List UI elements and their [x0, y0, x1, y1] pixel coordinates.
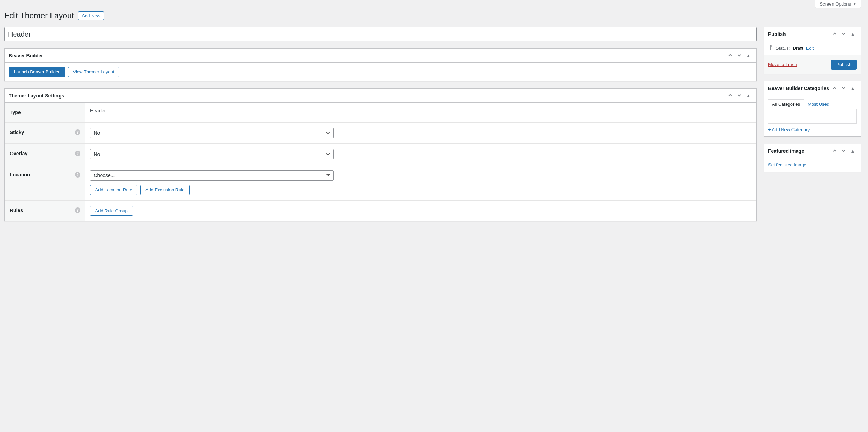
move-up-button[interactable] — [726, 52, 734, 60]
location-select[interactable]: Choose... — [90, 170, 334, 181]
set-featured-image-link[interactable]: Set featured image — [768, 162, 806, 167]
categories-box-title: Beaver Builder Categories — [768, 86, 829, 91]
edit-status-link[interactable]: Edit — [806, 46, 814, 51]
launch-beaver-builder-button[interactable]: Launch Beaver Builder — [9, 67, 65, 77]
featured-image-metabox: Featured image ▲ Set featured image — [764, 144, 861, 172]
move-down-button[interactable] — [840, 147, 847, 155]
help-icon[interactable]: ? — [75, 129, 80, 135]
type-label: Type — [5, 103, 85, 123]
publish-metabox: Publish ▲ Status: Draft Edit Mo — [764, 27, 861, 74]
type-value: Header — [85, 103, 756, 123]
tab-all-categories[interactable]: All Categories — [768, 99, 804, 109]
toggle-panel-button[interactable]: ▲ — [744, 52, 752, 60]
status-value: Draft — [792, 46, 803, 51]
page-title: Edit Themer Layout — [4, 11, 74, 21]
toggle-panel-button[interactable]: ▲ — [849, 30, 857, 38]
add-new-category-link[interactable]: + Add New Category — [768, 127, 810, 132]
toggle-panel-button[interactable]: ▲ — [744, 92, 752, 100]
sticky-label: Sticky — [10, 129, 24, 135]
location-label: Location — [10, 172, 30, 178]
chevron-down-icon: ▼ — [853, 2, 857, 6]
publish-box-title: Publish — [768, 31, 786, 37]
view-themer-layout-button[interactable]: View Themer Layout — [68, 67, 120, 77]
overlay-label: Overlay — [10, 151, 27, 156]
move-to-trash-link[interactable]: Move to Trash — [768, 62, 797, 67]
featured-image-box-title: Featured image — [768, 148, 804, 154]
help-icon[interactable]: ? — [75, 151, 80, 156]
move-up-button[interactable] — [831, 147, 838, 155]
add-location-rule-button[interactable]: Add Location Rule — [90, 185, 137, 195]
move-up-button[interactable] — [831, 30, 838, 38]
title-input[interactable] — [4, 27, 757, 41]
screen-options-button[interactable]: Screen Options ▼ — [815, 0, 861, 8]
svg-rect-1 — [770, 47, 771, 50]
toggle-panel-button[interactable]: ▲ — [849, 85, 857, 92]
overlay-select[interactable]: No — [90, 149, 334, 159]
help-icon[interactable]: ? — [75, 172, 80, 178]
add-rule-group-button[interactable]: Add Rule Group — [90, 206, 133, 216]
rules-label: Rules — [10, 207, 23, 213]
tab-most-used[interactable]: Most Used — [804, 99, 833, 109]
move-down-button[interactable] — [840, 30, 847, 38]
move-down-button[interactable] — [735, 92, 743, 100]
categories-metabox: Beaver Builder Categories ▲ All Categori… — [764, 81, 861, 137]
add-new-button[interactable]: Add New — [78, 11, 104, 20]
pin-icon — [768, 45, 773, 52]
move-down-button[interactable] — [840, 84, 847, 93]
beaver-builder-box-title: Beaver Builder — [9, 53, 43, 58]
settings-box-title: Themer Layout Settings — [9, 93, 64, 99]
help-icon[interactable]: ? — [75, 207, 80, 213]
move-down-button[interactable] — [735, 52, 743, 60]
themer-layout-settings-metabox: Themer Layout Settings ▲ Type Header Sti… — [4, 88, 757, 221]
add-exclusion-rule-button[interactable]: Add Exclusion Rule — [140, 185, 190, 195]
beaver-builder-metabox: Beaver Builder ▲ Launch Beaver Builder V… — [4, 48, 757, 81]
screen-options-label: Screen Options — [820, 1, 851, 7]
publish-button[interactable]: Publish — [831, 60, 857, 70]
status-label: Status: — [776, 46, 790, 51]
sticky-select[interactable]: No — [90, 128, 334, 138]
categories-list — [768, 109, 857, 124]
move-up-button[interactable] — [726, 92, 734, 100]
toggle-panel-button[interactable]: ▲ — [849, 147, 857, 155]
move-up-button[interactable] — [831, 84, 838, 93]
